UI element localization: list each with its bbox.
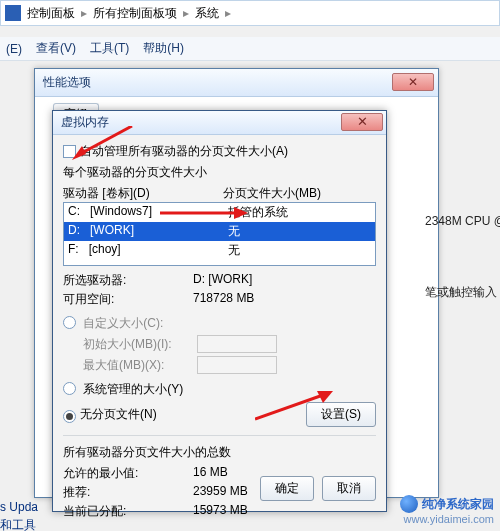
cur-value: 15973 MB	[193, 503, 248, 520]
cpu-partial-text: 2348M CPU @	[425, 214, 500, 228]
drive-list[interactable]: C: [Windows7]托管的系统 D: [WORK]无 F: [choy]无	[63, 202, 376, 266]
rec-value: 23959 MB	[193, 484, 248, 501]
left-partial-2: 和工具	[0, 517, 36, 531]
free-space-label: 可用空间:	[63, 291, 193, 308]
vm-title: 虚拟内存	[61, 114, 109, 131]
list-item: D: [WORK]无	[64, 222, 375, 241]
breadcrumb-bar[interactable]: 控制面板 ▸ 所有控制面板项 ▸ 系统 ▸	[0, 0, 500, 26]
selected-drive-label: 所选驱动器:	[63, 272, 193, 289]
min-label: 允许的最小值:	[63, 465, 193, 482]
control-panel-icon	[5, 5, 21, 21]
radio-system-managed[interactable]	[63, 382, 76, 395]
max-size-label: 最大值(MB)(X):	[83, 357, 193, 374]
list-item: C: [Windows7]托管的系统	[64, 203, 375, 222]
left-partial-1: s Upda	[0, 500, 38, 514]
radio-no-paging[interactable]	[63, 410, 76, 423]
initial-size-label: 初始大小(MB)(I):	[83, 336, 193, 353]
radio-custom-size[interactable]	[63, 316, 76, 329]
max-size-input[interactable]	[197, 356, 277, 374]
radio-custom-label: 自定义大小(C):	[83, 316, 163, 330]
close-icon[interactable]: ✕	[341, 113, 383, 131]
col-drive: 驱动器 [卷标](D)	[63, 185, 223, 202]
breadcrumb-c[interactable]: 系统	[195, 5, 219, 22]
virtual-memory-dialog: 虚拟内存 ✕ 自动管理所有驱动器的分页文件大小(A) 每个驱动器的分页文件大小 …	[52, 110, 387, 512]
watermark-logo-icon	[400, 495, 418, 513]
set-button[interactable]: 设置(S)	[306, 402, 376, 427]
vm-titlebar[interactable]: 虚拟内存 ✕	[53, 111, 386, 135]
free-space-value: 718728 MB	[193, 291, 254, 308]
watermark-name: 纯净系统家园	[422, 496, 494, 513]
auto-manage-label: 自动管理所有驱动器的分页文件大小(A)	[80, 143, 288, 160]
menu-tools[interactable]: 工具(T)	[90, 40, 129, 57]
chevron-right-icon: ▸	[75, 6, 93, 20]
watermark: 纯净系统家园 www.yidaimei.com	[400, 495, 494, 525]
cur-label: 当前已分配:	[63, 503, 193, 520]
menu-help[interactable]: 帮助(H)	[143, 40, 184, 57]
totals-title: 所有驱动器分页文件大小的总数	[63, 444, 376, 461]
radio-no-paging-label: 无分页文件(N)	[80, 406, 157, 423]
per-drive-label: 每个驱动器的分页文件大小	[63, 164, 376, 181]
cancel-button[interactable]: 取消	[322, 476, 376, 501]
col-size: 分页文件大小(MB)	[223, 185, 321, 202]
selected-drive-value: D: [WORK]	[193, 272, 252, 289]
breadcrumb-a[interactable]: 控制面板	[27, 5, 75, 22]
min-value: 16 MB	[193, 465, 228, 482]
chevron-right-icon: ▸	[219, 6, 237, 20]
divider	[63, 435, 376, 436]
pen-partial-text: 笔或触控输入	[425, 284, 497, 301]
chevron-right-icon: ▸	[177, 6, 195, 20]
perf-title: 性能选项	[43, 74, 91, 91]
perf-titlebar[interactable]: 性能选项 ✕	[35, 69, 438, 97]
initial-size-input[interactable]	[197, 335, 277, 353]
menu-bar: (E) 查看(V) 工具(T) 帮助(H)	[0, 37, 500, 61]
auto-manage-checkbox[interactable]	[63, 145, 76, 158]
menu-view[interactable]: 查看(V)	[36, 40, 76, 57]
radio-system-label: 系统管理的大小(Y)	[83, 382, 183, 396]
breadcrumb-b[interactable]: 所有控制面板项	[93, 5, 177, 22]
rec-label: 推荐:	[63, 484, 193, 501]
list-item: F: [choy]无	[64, 241, 375, 260]
menu-edit[interactable]: (E)	[6, 42, 22, 56]
close-icon[interactable]: ✕	[392, 73, 434, 91]
watermark-url: www.yidaimei.com	[400, 513, 494, 525]
ok-button[interactable]: 确定	[260, 476, 314, 501]
